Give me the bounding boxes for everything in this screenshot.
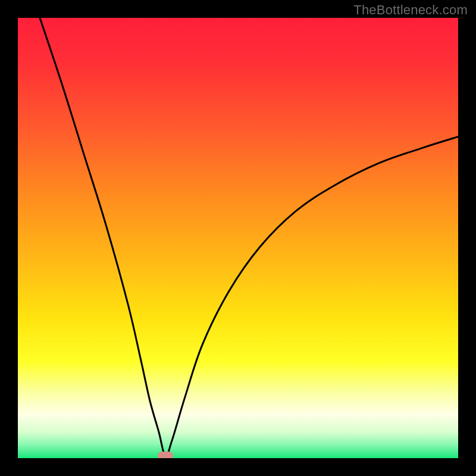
chart-frame: TheBottleneck.com (0, 0, 476, 476)
plot-area (18, 18, 458, 458)
bottleneck-curve (18, 18, 458, 458)
watermark-text: TheBottleneck.com (353, 2, 468, 18)
minimum-marker-icon (158, 452, 173, 458)
